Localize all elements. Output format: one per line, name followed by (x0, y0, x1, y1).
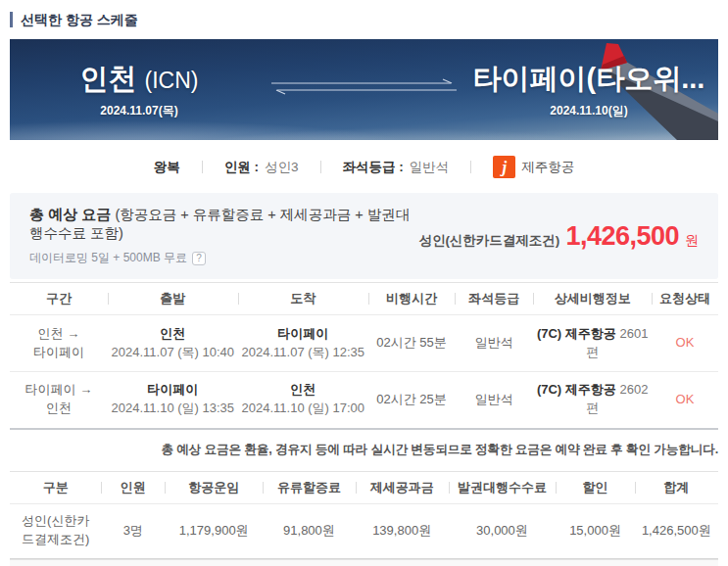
col-total: 합계 (635, 471, 718, 503)
arrival-city: 타이페이(타오위... (473, 60, 705, 99)
departure-datetime: 2024.11.07 (목) 10:40 (108, 344, 238, 362)
col-fuel-surcharge: 유류할증료 (263, 471, 356, 503)
departure-datetime: 2024.11.10 (일) 13:35 (108, 400, 238, 418)
segment-line1: 타이페이 → (10, 381, 108, 400)
flight-airline: (7C) 제주항공 (537, 382, 616, 397)
col-seat-class: 좌석등급 (455, 283, 533, 315)
col-discount: 할인 (556, 471, 634, 503)
seat-class-cell: 일반석 (455, 315, 533, 372)
divider (320, 161, 321, 173)
fare-count: 3명 (101, 503, 165, 558)
arrival-date: 2024.11.10(일) (550, 103, 627, 119)
col-tax: 제세공과금 (356, 471, 449, 503)
passengers-value: 성인3 (265, 159, 299, 176)
col-count: 인원 (101, 471, 165, 503)
seat-class-cell: 일반석 (455, 372, 533, 429)
seat-class-label: 좌석등급 : (343, 159, 404, 176)
col-departure: 출발 (108, 283, 238, 315)
col-flight-detail: 상세비행정보 (533, 283, 652, 315)
arrival-city-cell: 타이페이 (238, 325, 368, 344)
fare-box-left: 총 예상 요금 (항공요금 + 유류할증료 + 제세공과금 + 발권대행수수료 … (29, 206, 418, 266)
departure-airport-code: (ICN) (145, 68, 199, 94)
col-issuing-fee: 발권대행수수료 (449, 471, 557, 503)
flight-airline: (7C) 제주항공 (537, 326, 616, 341)
seat-class-value: 일반석 (410, 159, 450, 176)
page-title: 선택한 항공 스케줄 (10, 12, 718, 27)
fare-issuing-fee: 30,000원 (449, 503, 557, 558)
fare-total: 1,426,500원 (635, 503, 718, 558)
fare-price-unit: 원 (685, 232, 699, 250)
booking-summary-bar: 왕복 인원 : 성인3 좌석등급 : 일반석 j 제주항공 (10, 140, 718, 193)
fare-airfare: 1,179,900원 (165, 503, 263, 558)
fare-row-adult: 성인(신한카드결제조건) 3명 1,179,900원 91,800원 139,8… (10, 503, 718, 558)
col-duration: 비행시간 (368, 283, 455, 315)
divider (202, 161, 203, 173)
col-request-status: 요청상태 (652, 283, 718, 315)
fare-tax: 139,800원 (356, 503, 449, 558)
fare-category: 성인(신한카드결제조건) (10, 503, 101, 558)
arrival-city-cell: 인천 (238, 381, 368, 400)
flight-duration: 02시간 55분 (368, 315, 455, 372)
col-segment: 구간 (10, 283, 108, 315)
fare-discount: 15,000원 (556, 503, 634, 558)
segment-line2: 인천 (10, 400, 108, 418)
fare-notice: 총 예상 요금은 환율, 경유지 등에 따라 실시간 변동되므로 정확한 요금은… (10, 442, 718, 458)
flight-duration: 02시간 25분 (368, 372, 455, 429)
arrival-datetime: 2024.11.10 (일) 17:00 (238, 400, 368, 418)
status-badge: OK (652, 372, 718, 429)
estimated-fare-box: 총 예상 요금 (항공요금 + 유류할증료 + 제세공과금 + 발권대행수수료 … (10, 193, 718, 279)
fare-box-title: 총 예상 요금 (29, 206, 111, 222)
status-badge: OK (652, 315, 718, 372)
fare-fuel-surcharge: 91,800원 (263, 503, 356, 558)
fare-price-label: 성인(신한카드결제조건) (418, 232, 559, 250)
flight-route-banner: 인천 (ICN) 2024.11.07(목) 타이페이(타오위... 2024.… (10, 39, 718, 140)
passengers-label: 인원 : (224, 159, 259, 176)
jeju-air-logo-icon: j (493, 156, 515, 178)
fare-price-value: 1,426,500 (565, 221, 679, 252)
departure-city-cell: 타이페이 (108, 381, 238, 400)
schedule-header-row: 구간 출발 도착 비행시간 좌석등급 상세비행정보 요청상태 (10, 283, 718, 315)
help-icon[interactable]: ? (192, 252, 206, 265)
schedule-row-inbound: 타이페이 → 인천 타이페이 2024.11.10 (일) 13:35 인천 2… (10, 372, 718, 429)
divider (470, 161, 471, 173)
schedule-row-outbound: 인천 → 타이페이 인천 2024.11.07 (목) 10:40 타이페이 2… (10, 315, 718, 372)
arrival-block: 타이페이(타오위... 2024.11.10(일) (460, 60, 718, 119)
departure-city: 인천 (80, 60, 137, 99)
fare-box-right: 성인(신한카드결제조건) 1,426,500 원 (418, 221, 699, 252)
roaming-note: 데이터로밍 5일 + 500MB 무료 (29, 250, 187, 266)
segment-line1: 인천 → (10, 325, 108, 344)
departure-block: 인천 (ICN) 2024.11.07(목) (10, 60, 268, 119)
col-category: 구분 (10, 471, 101, 503)
arrival-datetime: 2024.11.07 (목) 12:35 (238, 344, 368, 362)
col-arrival: 도착 (238, 283, 368, 315)
roundtrip-arrows-icon (268, 78, 460, 96)
trip-type: 왕복 (154, 159, 180, 176)
segment-line2: 타이페이 (10, 344, 108, 362)
airline-name: 제주항공 (521, 159, 574, 176)
flight-schedule-table: 구간 출발 도착 비행시간 좌석등급 상세비행정보 요청상태 인천 → 타이페이… (10, 282, 718, 430)
departure-date: 2024.11.07(목) (100, 103, 177, 119)
fare-breakdown-table: 구분 인원 항공운임 유류할증료 제세공과금 발권대행수수료 할인 합계 성인(… (10, 471, 718, 559)
fare-header-row: 구분 인원 항공운임 유류할증료 제세공과금 발권대행수수료 할인 합계 (10, 471, 718, 503)
col-airfare: 항공운임 (165, 471, 263, 503)
schedule-close-button[interactable]: 스케줄 닫기 (10, 559, 718, 566)
departure-city-cell: 인천 (108, 325, 238, 344)
